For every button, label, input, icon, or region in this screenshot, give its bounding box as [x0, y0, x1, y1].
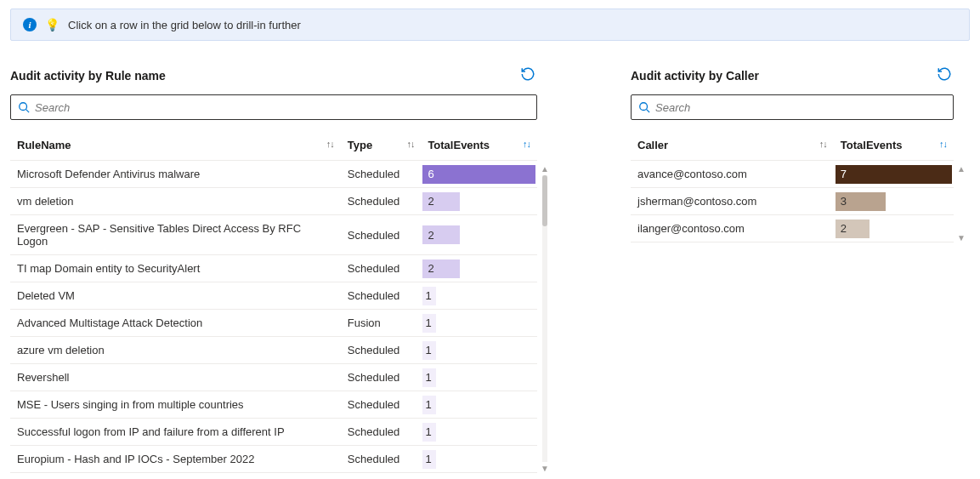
rule-name-cell: TI map Domain entity to SecurityAlert: [10, 255, 341, 282]
scroll-down-icon[interactable]: ▼: [957, 233, 966, 242]
audit-by-rule-panel: Audit activity by Rule name RuleName↑↓ T…: [10, 65, 537, 473]
caller-table: Caller↑↓ TotalEvents↑↓ avance@contoso.co…: [631, 134, 954, 242]
rule-name-cell: Successful logon from IP and failure fro…: [10, 419, 341, 446]
banner-text: Click on a row in the grid below to dril…: [68, 19, 301, 31]
search-box-rule[interactable]: [10, 94, 537, 120]
rule-type-cell: Scheduled: [341, 215, 422, 255]
table-row[interactable]: jsherman@contoso.com3: [631, 188, 954, 215]
rule-name-cell: azure vm deletion: [10, 337, 341, 364]
caller-cell: avance@contoso.com: [631, 161, 834, 188]
col-header-totalevents[interactable]: TotalEvents↑↓: [834, 134, 954, 161]
rule-type-cell: Scheduled: [341, 282, 422, 310]
col-header-rulename[interactable]: RuleName↑↓: [10, 134, 341, 161]
total-events-cell: 2: [421, 255, 537, 282]
table-row[interactable]: vm deletionScheduled2: [10, 188, 537, 215]
undo-button[interactable]: [518, 65, 537, 86]
rule-name-cell: Microsoft Defender Antivirus malware: [10, 161, 341, 188]
search-icon: [18, 101, 30, 113]
rule-name-cell: Evergreen - SAP - Sensitive Tables Direc…: [10, 215, 341, 255]
table-row[interactable]: avance@contoso.com7: [631, 161, 954, 188]
scroll-up-icon[interactable]: ▲: [957, 164, 966, 174]
panel-title-caller: Audit activity by Caller: [631, 69, 759, 83]
rule-type-cell: Scheduled: [341, 188, 422, 215]
total-events-cell: 2: [421, 188, 537, 215]
lightbulb-icon: 💡: [45, 18, 59, 31]
table-row[interactable]: Evergreen - SAP - Sensitive Tables Direc…: [10, 215, 537, 255]
sort-icon: ↑↓: [819, 139, 827, 149]
audit-by-caller-panel: Audit activity by Caller Caller↑↓ TotalE…: [631, 65, 954, 473]
search-box-caller[interactable]: [631, 94, 954, 120]
total-events-cell: 1: [421, 391, 537, 419]
svg-point-0: [20, 103, 27, 111]
total-events-cell: 7: [834, 161, 954, 188]
rule-name-cell: Europium - Hash and IP IOCs - September …: [10, 446, 341, 473]
rule-name-cell: vm deletion: [10, 188, 341, 215]
search-input-caller[interactable]: [655, 101, 946, 114]
scroll-down-icon[interactable]: ▼: [541, 464, 549, 473]
total-events-cell: 2: [834, 215, 954, 242]
rule-type-cell: Scheduled: [341, 419, 422, 446]
svg-line-1: [26, 110, 30, 113]
table-row[interactable]: Microsoft Defender Antivirus malwareSche…: [10, 161, 537, 188]
rule-name-cell: Advanced Multistage Attack Detection: [10, 310, 341, 337]
svg-line-3: [647, 110, 650, 113]
table-row[interactable]: ilanger@contoso.com2: [631, 215, 954, 242]
total-events-cell: 2: [421, 215, 537, 255]
rule-type-cell: Fusion: [341, 310, 422, 337]
col-header-caller[interactable]: Caller↑↓: [631, 134, 834, 161]
sort-icon: ↑↓: [406, 139, 414, 149]
rule-type-cell: Scheduled: [341, 255, 422, 282]
table-row[interactable]: TI map Domain entity to SecurityAlertSch…: [10, 255, 537, 282]
col-header-totalevents[interactable]: TotalEvents↑↓: [421, 134, 537, 161]
rule-type-cell: Scheduled: [341, 364, 422, 391]
total-events-cell: 1: [421, 446, 537, 473]
table-row[interactable]: Successful logon from IP and failure fro…: [10, 419, 537, 446]
col-header-type[interactable]: Type↑↓: [341, 134, 422, 161]
total-events-cell: 1: [421, 364, 537, 391]
table-row[interactable]: Deleted VMScheduled1: [10, 282, 537, 310]
sort-icon: ↑↓: [939, 139, 947, 149]
svg-point-2: [640, 103, 648, 111]
info-icon: i: [23, 18, 37, 31]
undo-button[interactable]: [935, 65, 954, 86]
rule-name-cell: Deleted VM: [10, 282, 341, 310]
search-input-rule[interactable]: [35, 101, 530, 114]
panel-title-rule: Audit activity by Rule name: [10, 69, 166, 83]
table-row[interactable]: Advanced Multistage Attack DetectionFusi…: [10, 310, 537, 337]
total-events-cell: 1: [421, 419, 537, 446]
caller-cell: jsherman@contoso.com: [631, 188, 834, 215]
sort-icon: ↑↓: [326, 139, 334, 149]
total-events-cell: 3: [834, 188, 954, 215]
rule-type-cell: Scheduled: [341, 161, 422, 188]
total-events-cell: 1: [421, 282, 537, 310]
scroll-up-icon[interactable]: ▲: [541, 164, 549, 174]
table-row[interactable]: RevershellScheduled1: [10, 364, 537, 391]
rule-table: RuleName↑↓ Type↑↓ TotalEvents↑↓ Microsof…: [10, 134, 537, 473]
total-events-cell: 1: [421, 310, 537, 337]
scrollbar[interactable]: ▲ ▼: [957, 164, 966, 242]
table-row[interactable]: azure vm deletionScheduled1: [10, 337, 537, 364]
rule-type-cell: Scheduled: [341, 391, 422, 419]
sort-icon: ↑↓: [523, 139, 530, 149]
table-row[interactable]: MSE - Users singing in from multiple cou…: [10, 391, 537, 419]
search-icon: [638, 101, 650, 113]
rule-name-cell: Revershell: [10, 364, 341, 391]
table-row[interactable]: Europium - Hash and IP IOCs - September …: [10, 446, 537, 473]
rule-type-cell: Scheduled: [341, 446, 422, 473]
rule-name-cell: MSE - Users singing in from multiple cou…: [10, 391, 341, 419]
caller-cell: ilanger@contoso.com: [631, 215, 834, 242]
total-events-cell: 1: [421, 337, 537, 364]
total-events-cell: 6: [421, 161, 537, 188]
info-banner: i 💡 Click on a row in the grid below to …: [10, 9, 970, 41]
rule-type-cell: Scheduled: [341, 337, 422, 364]
scrollbar[interactable]: ▲ ▼: [541, 164, 549, 473]
